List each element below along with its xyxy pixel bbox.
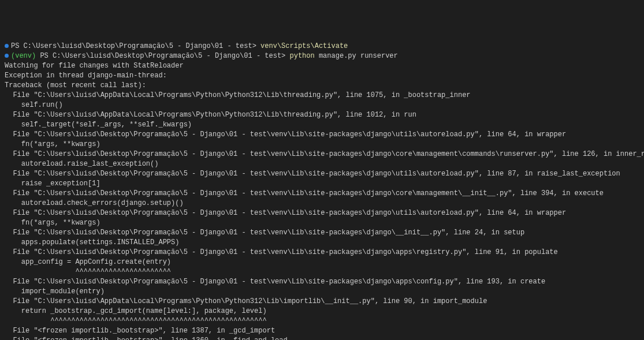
traceback-file: File "C:\Users\luisd\Desktop\Programação… <box>5 150 639 159</box>
traceback-code: raise _exception[1] <box>5 179 639 189</box>
command-args: manage.py runserver <box>319 52 398 60</box>
command-python: python <box>290 52 319 60</box>
traceback-code: fn(*args, **kwargs) <box>5 140 639 150</box>
terminal-output[interactable]: PS C:\Users\luisd\Desktop\Programação\5 … <box>5 42 639 340</box>
traceback-caret: ^^^^^^^^^^^^^^^^^^^^^^^^^^^^^^^^^^^^^^^^… <box>5 316 639 326</box>
traceback-code: autoreload.raise_last_exception() <box>5 159 639 169</box>
traceback-file: File "C:\Users\luisd\Desktop\Programação… <box>5 277 639 287</box>
output-line: Watching for file changes with StatReloa… <box>5 61 639 71</box>
traceback-file: File "C:\Users\luisd\AppData\Local\Progr… <box>5 91 639 100</box>
traceback-file: File "C:\Users\luisd\Desktop\Programação… <box>5 228 639 238</box>
traceback-code: return _bootstrap._gcd_import(name[level… <box>5 307 639 316</box>
output-line: Traceback (most recent call last): <box>5 81 639 91</box>
traceback-file: File "C:\Users\luisd\Desktop\Programação… <box>5 169 639 179</box>
output-line: Exception in thread django-main-thread: <box>5 71 639 81</box>
prompt-line-2: (venv) PS C:\Users\luisd\Desktop\Program… <box>5 51 639 61</box>
traceback-caret: ^^^^^^^^^^^^^^^^^^^^^^^ <box>5 267 639 277</box>
traceback-file: File "C:\Users\luisd\Desktop\Programação… <box>5 130 639 140</box>
traceback-code: self._target(*self._args, **self._kwargs… <box>5 120 639 130</box>
traceback-file: File "C:\Users\luisd\AppData\Local\Progr… <box>5 110 639 120</box>
traceback-file: File "<frozen importlib._bootstrap>", li… <box>5 326 639 336</box>
traceback-code: apps.populate(settings.INSTALLED_APPS) <box>5 238 639 248</box>
traceback-file: File "C:\Users\luisd\Desktop\Programação… <box>5 189 639 199</box>
traceback-file: File "C:\Users\luisd\AppData\Local\Progr… <box>5 297 639 307</box>
venv-prefix: (venv) <box>11 52 40 60</box>
ps-prefix: PS <box>11 42 24 50</box>
prompt-line-1: PS C:\Users\luisd\Desktop\Programação\5 … <box>5 42 639 51</box>
traceback-code: self.run() <box>5 100 639 110</box>
cwd-path: C:\Users\luisd\Desktop\Programação\5 - D… <box>24 42 260 50</box>
traceback-file: File "C:\Users\luisd\Desktop\Programação… <box>5 208 639 218</box>
status-dot-icon <box>5 44 9 48</box>
traceback-code: fn(*args, **kwargs) <box>5 218 639 228</box>
traceback-file: File "<frozen importlib._bootstrap>", li… <box>5 336 639 340</box>
traceback-code: app_config = AppConfig.create(entry) <box>5 257 639 267</box>
ps-prefix: PS <box>40 52 53 60</box>
traceback-code: autoreload.check_errors(django.setup)() <box>5 199 639 208</box>
command-text: venv\Scripts\Activate <box>260 42 348 50</box>
traceback-file: File "C:\Users\luisd\Desktop\Programação… <box>5 248 639 257</box>
status-dot-icon <box>5 54 9 58</box>
cwd-path: C:\Users\luisd\Desktop\Programação\5 - D… <box>53 52 289 60</box>
traceback-code: import_module(entry) <box>5 287 639 297</box>
